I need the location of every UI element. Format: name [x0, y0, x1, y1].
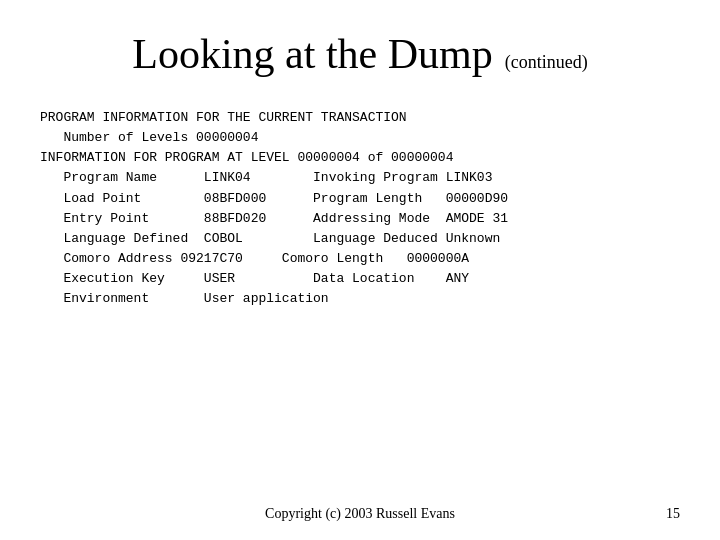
footer: Copyright (c) 2003 Russell Evans 15 — [0, 506, 720, 522]
slide-title: Looking at the Dump — [132, 30, 492, 78]
footer-copyright: Copyright (c) 2003 Russell Evans — [0, 506, 720, 522]
code-content: PROGRAM INFORMATION FOR THE CURRENT TRAN… — [40, 108, 680, 309]
slide-subtitle: (continued) — [505, 52, 588, 73]
footer-page-number: 15 — [666, 506, 680, 522]
slide-page: Looking at the Dump (continued) PROGRAM … — [0, 0, 720, 540]
title-row: Looking at the Dump (continued) — [40, 30, 680, 78]
